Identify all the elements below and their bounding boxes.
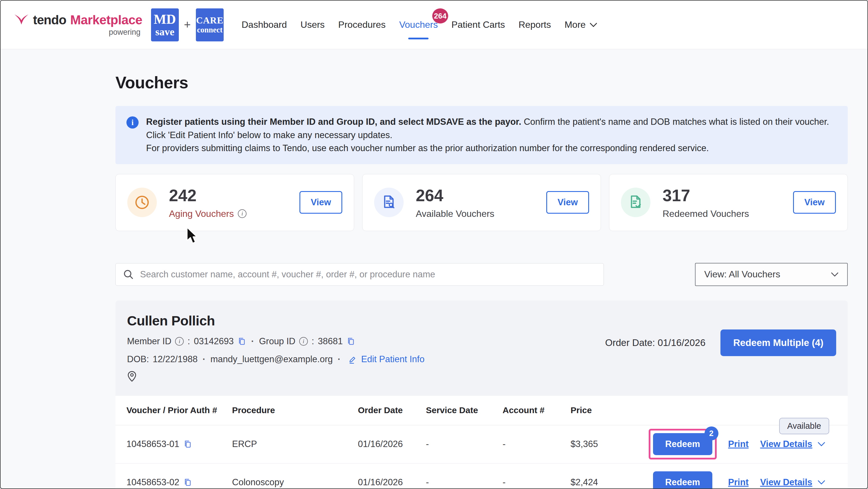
view-details-link[interactable]: View Details (760, 439, 825, 449)
nav-reports[interactable]: Reports (519, 20, 551, 30)
voucher-number: 10458653-02 (126, 477, 179, 488)
clock-icon (127, 188, 157, 217)
member-id-label: Member ID (127, 336, 171, 347)
redeem-wrap: Redeem (649, 467, 717, 489)
chevron-down-icon (818, 480, 825, 485)
redeemed-vouchers-count: 317 (662, 186, 793, 205)
status-badge: Available (779, 418, 829, 434)
redeem-button[interactable]: Redeem (653, 471, 712, 489)
col-procedure-header: Procedure (232, 405, 358, 415)
vouchers-count-badge: 264 (432, 8, 448, 24)
mdsave-logo: MD save (151, 8, 179, 41)
redeem-button[interactable]: Redeem (653, 433, 712, 455)
available-view-button[interactable]: View (546, 191, 589, 214)
info-icon: i (126, 116, 138, 128)
nav-more-label: More (564, 20, 586, 30)
view-filter-value: View: All Vouchers (704, 269, 780, 280)
search-icon (123, 269, 134, 280)
nav-patient-carts[interactable]: Patient Carts (452, 20, 505, 30)
chevron-down-icon (818, 442, 825, 447)
nav-dashboard[interactable]: Dashboard (242, 20, 287, 30)
chevron-down-icon (831, 272, 838, 277)
search-filter-row: View: All Vouchers (116, 263, 848, 286)
separator-dot: · (250, 336, 255, 347)
group-id-value: 38681 (318, 336, 343, 347)
patient-id-line: Member ID i : 03142693 · Group ID i : 38… (127, 336, 605, 347)
location-pin-icon[interactable] (127, 371, 137, 382)
redeemed-vouchers-info: 317 Redeemed Vouchers (662, 186, 793, 219)
nav-more[interactable]: More (564, 20, 597, 30)
edit-patient-info-link[interactable]: Edit Patient Info (348, 354, 425, 365)
voucher-copy-icon[interactable] (183, 478, 192, 487)
info-banner-text: Register patients using their Member ID … (146, 115, 837, 155)
main-nav: Dashboard Users Procedures Vouchers 264 … (242, 20, 597, 30)
marketplace-wordmark: Marketplace (70, 13, 142, 27)
nav-users[interactable]: Users (301, 20, 325, 30)
voucher-number-cell: 10458653-02 (126, 477, 232, 488)
redeem-highlight-box: Redeem 2 (649, 429, 717, 459)
info-banner: i Register patients using their Member I… (116, 106, 848, 164)
procedure-cell: ERCP (232, 439, 358, 449)
group-id-info-icon[interactable]: i (299, 337, 308, 346)
nav-vouchers[interactable]: Vouchers 264 (399, 20, 438, 30)
partner-logos: MD save + CARE connect (151, 8, 224, 41)
careconnect-logo-top: CARE (196, 16, 224, 25)
nav-vouchers-label: Vouchers (399, 20, 438, 30)
aging-vouchers-label-text: Aging Vouchers (169, 208, 234, 219)
info-banner-line-2: For providers submitting claims to Tendo… (146, 142, 837, 155)
active-tab-underline (408, 38, 429, 39)
aging-vouchers-label: Aging Vouchers i (169, 208, 300, 219)
group-id-label: Group ID (259, 336, 296, 347)
col-order-date-header: Order Date (358, 405, 426, 415)
page-title: Vouchers (116, 73, 848, 92)
account-cell: - (503, 477, 570, 488)
member-id-copy-icon[interactable] (238, 337, 246, 346)
aging-vouchers-count: 242 (169, 186, 300, 205)
price-cell: $3,365 (570, 439, 649, 449)
service-date-cell: - (426, 439, 503, 449)
separator-dot: · (337, 354, 342, 365)
patient-actions: Order Date: 01/16/2026 Redeem Multiple (… (605, 329, 836, 356)
voucher-table: Available Voucher / Prior Auth # Procedu… (116, 396, 848, 489)
col-service-date-header: Service Date (426, 405, 503, 415)
voucher-copy-icon[interactable] (183, 440, 192, 449)
redeem-multiple-button[interactable]: Redeem Multiple (4) (720, 329, 836, 356)
order-date-value: 01/16/2026 (658, 337, 705, 348)
member-id-value: 03142693 (194, 336, 234, 347)
voucher-number-cell: 10458653-01 (126, 439, 232, 449)
powering-label: powering (14, 28, 142, 37)
member-id-colon: : (187, 336, 190, 347)
search-input[interactable] (140, 269, 596, 280)
available-vouchers-info: 264 Available Vouchers (416, 186, 546, 219)
top-header: tendo Marketplace powering MD save + CAR… (1, 1, 867, 49)
careconnect-logo-bottom: connect (197, 26, 222, 34)
aging-view-button[interactable]: View (300, 191, 342, 214)
page-content: Vouchers i Register patients using their… (116, 73, 848, 489)
group-id-info-glyph: i (303, 338, 304, 345)
patient-header: Cullen Pollich Member ID i : 03142693 · … (116, 313, 848, 383)
view-filter-dropdown[interactable]: View: All Vouchers (695, 263, 848, 286)
nav-procedures[interactable]: Procedures (338, 20, 386, 30)
patient-voucher-card: Cullen Pollich Member ID i : 03142693 · … (116, 300, 848, 489)
plus-separator: + (184, 18, 191, 31)
redeem-count-badge: 2 (705, 427, 718, 440)
redeemed-view-button[interactable]: View (793, 191, 836, 214)
view-details-link[interactable]: View Details (760, 477, 825, 488)
patient-location-row (127, 371, 605, 383)
mouse-cursor (186, 227, 199, 244)
group-id-copy-icon[interactable] (347, 337, 355, 346)
mdsave-logo-bottom: save (155, 27, 175, 37)
print-link[interactable]: Print (728, 439, 749, 449)
service-date-cell: - (426, 477, 503, 488)
available-vouchers-card: 264 Available Vouchers View (362, 174, 601, 231)
member-id-info-icon[interactable]: i (175, 337, 184, 346)
aging-info-icon[interactable]: i (238, 209, 247, 218)
view-details-label: View Details (760, 439, 812, 449)
patient-email: mandy_luettgen@example.org (210, 354, 333, 365)
search-box[interactable] (116, 263, 604, 286)
view-details-label: View Details (760, 477, 812, 488)
print-link[interactable]: Print (728, 477, 749, 488)
redeemed-vouchers-card: 317 Redeemed Vouchers View (609, 174, 848, 231)
tendo-wordmark: tendo (33, 13, 66, 27)
patient-details: Cullen Pollich Member ID i : 03142693 · … (127, 313, 605, 383)
